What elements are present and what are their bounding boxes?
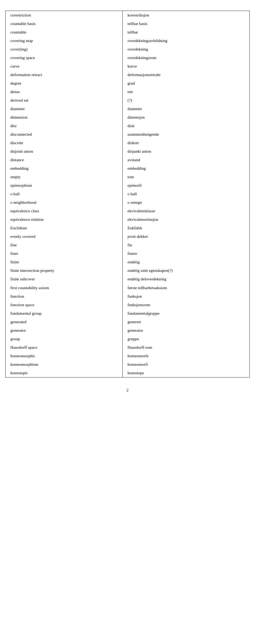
english-term: discrete <box>6 139 123 147</box>
table-row: evenly coveredjevnt dekket <box>6 232 250 241</box>
table-row: finiteendelig <box>6 258 250 266</box>
norwegian-term: epimorfi <box>123 181 250 190</box>
english-term: finite intersection property <box>6 266 123 275</box>
glossary-table: corestrictionkorestriksjoncountable basi… <box>5 11 250 377</box>
table-row: finite intersection propertyendelig snit… <box>6 266 250 275</box>
norwegian-term: overdekningsrom <box>123 53 250 62</box>
table-row: disjoint uniondisjunkt union <box>6 147 250 156</box>
norwegian-term: endelig snitt egenskapen(?) <box>123 266 250 275</box>
norwegian-term: første tellbarhetsaksiom <box>123 284 250 292</box>
english-term: evenly covered <box>6 232 123 241</box>
norwegian-term: endelig <box>123 258 250 266</box>
norwegian-term: homeomorfe <box>123 352 250 360</box>
english-term: homotopic <box>6 369 123 377</box>
english-term: equivalence relation <box>6 215 123 224</box>
norwegian-term: jevnt dekket <box>123 232 250 241</box>
table-row: EuclideanEuklidsk <box>6 224 250 232</box>
table-row: corestrictionkorestriksjon <box>6 11 250 20</box>
table-row: densetett <box>6 88 250 96</box>
table-row: generatedgenerert <box>6 318 250 326</box>
norwegian-term: grad <box>123 79 250 88</box>
table-row: ε-neighborhoodε-omegn <box>6 198 250 207</box>
english-term: disconnected <box>6 130 123 139</box>
english-term: ε-ball <box>6 190 123 198</box>
english-term: covering map <box>6 36 123 45</box>
norwegian-term: tett <box>123 88 250 96</box>
table-row: equivalence classekvivalensklasse <box>6 207 250 215</box>
english-term: empty <box>6 173 123 181</box>
english-term: diameter <box>6 105 123 113</box>
norwegian-term: generator <box>123 326 250 335</box>
norwegian-term: deformasjonsretrakt <box>123 70 250 79</box>
table-row: derived set(?) <box>6 96 250 105</box>
english-term: finite subcover <box>6 275 123 283</box>
norwegian-term: usammenhengende <box>123 130 250 139</box>
table-row: covering spaceoverdekningsrom <box>6 53 250 62</box>
english-term: fundamental group <box>6 309 123 318</box>
norwegian-term: overdekningsavbildning <box>123 36 250 45</box>
english-term: finite <box>6 258 123 266</box>
page-number: 2 <box>5 388 250 393</box>
norwegian-term: tellbar <box>123 28 250 36</box>
table-row: finefin <box>6 241 250 249</box>
english-term: disc <box>6 122 123 130</box>
norwegian-term: embedding <box>123 164 250 173</box>
table-row: discretediskret <box>6 139 250 147</box>
table-row: dimensiondimensjon <box>6 113 250 122</box>
table-row: countabletellbar <box>6 28 250 36</box>
table-row: curvekurve <box>6 62 250 70</box>
norwegian-term: ε-omegn <box>123 198 250 207</box>
table-row: generatorgenerator <box>6 326 250 335</box>
norwegian-term: funksjon <box>123 292 250 301</box>
norwegian-term: ekvivalensklasse <box>123 207 250 215</box>
english-term: cover(ing) <box>6 45 123 53</box>
norwegian-term: tom <box>123 173 250 181</box>
english-term: Euclidean <box>6 224 123 232</box>
english-term: fine <box>6 241 123 249</box>
english-term: embedding <box>6 164 123 173</box>
english-term: countable basis <box>6 19 123 28</box>
table-row: degreegrad <box>6 79 250 88</box>
table-row: discdisk <box>6 122 250 130</box>
table-row: finite subcoverendelig deloverdekning <box>6 275 250 283</box>
norwegian-term: Hausdorff-rom <box>123 343 250 352</box>
table-row: emptytom <box>6 173 250 181</box>
english-term: distance <box>6 156 123 164</box>
english-term: Hausdorff space <box>6 343 123 352</box>
english-term: degree <box>6 79 123 88</box>
table-row: cover(ing)overdekning <box>6 45 250 53</box>
norwegian-term: korestriksjon <box>123 11 250 20</box>
table-row: equivalence relationekvivalensrelasjon <box>6 215 250 224</box>
norwegian-term: funksjonsrom <box>123 301 250 309</box>
page-container: corestrictionkorestriksjoncountable basi… <box>0 0 255 644</box>
norwegian-term: fundamentalgruppe <box>123 309 250 318</box>
english-term: equivalence class <box>6 207 123 215</box>
norwegian-term: homeomorfi <box>123 360 250 369</box>
english-term: epimorphism <box>6 181 123 190</box>
norwegian-term: (?) <box>123 96 250 105</box>
table-row: Hausdorff spaceHausdorff-rom <box>6 343 250 352</box>
norwegian-term: avstand <box>123 156 250 164</box>
english-term: corestriction <box>6 11 123 20</box>
english-term: generated <box>6 318 123 326</box>
norwegian-term: diameter <box>123 105 250 113</box>
norwegian-term: ε-ball <box>123 190 250 198</box>
table-row: fundamental groupfundamentalgruppe <box>6 309 250 318</box>
table-row: embeddingembedding <box>6 164 250 173</box>
norwegian-term: diskret <box>123 139 250 147</box>
table-row: disconnectedusammenhengende <box>6 130 250 139</box>
norwegian-term: disk <box>123 122 250 130</box>
table-row: homotopichomotope <box>6 369 250 377</box>
norwegian-term: finere <box>123 249 250 258</box>
english-term: covering space <box>6 53 123 62</box>
norwegian-term: gruppe <box>123 335 250 343</box>
english-term: dense <box>6 88 123 96</box>
norwegian-term: homotope <box>123 369 250 377</box>
english-term: finer <box>6 249 123 258</box>
english-term: disjoint union <box>6 147 123 156</box>
table-row: distanceavstand <box>6 156 250 164</box>
table-row: covering mapoverdekningsavbildning <box>6 36 250 45</box>
table-row: homeomorphismhomeomorfi <box>6 360 250 369</box>
table-row: groupgruppe <box>6 335 250 343</box>
table-row: countable basistellbar basis <box>6 19 250 28</box>
